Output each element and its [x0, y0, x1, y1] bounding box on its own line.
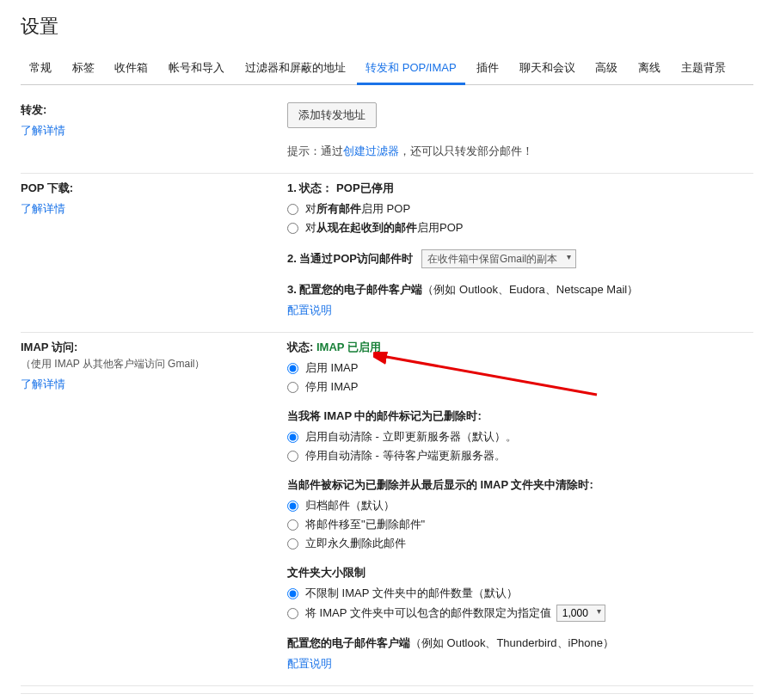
pop-configure-row: 3. 配置您的电子邮件客户端（例如 Outlook、Eudora、Netscap…	[287, 282, 753, 298]
pop-enable-now-bold: 从现在起收到的邮件	[316, 221, 417, 234]
imap-enable-label: 启用 IMAP	[305, 360, 358, 376]
pop-learn-more-link[interactable]: 了解详情	[21, 201, 65, 217]
pop-status-row: 1. 状态： POP已停用	[287, 181, 753, 196]
pop-enable-all-radio[interactable]	[287, 204, 298, 215]
imap-title: IMAP 访问:	[21, 340, 273, 355]
imap-status-value: IMAP 已启用	[316, 341, 381, 353]
pop-enable-all-label: 对所有邮件启用 POP	[305, 201, 410, 217]
imap-limit-radio[interactable]	[287, 608, 298, 619]
pop-access-select[interactable]: 在收件箱中保留Gmail的副本	[421, 249, 576, 268]
pop-status-label: 1. 状态：	[287, 181, 333, 194]
tab-themes[interactable]: 主题背景	[673, 53, 734, 84]
imap-auto-expunge-on-radio[interactable]	[287, 432, 298, 443]
imap-move-trash-label: 将邮件移至"已删除邮件"	[305, 517, 425, 532]
imap-configure-row: 配置您的电子邮件客户端（例如 Outlook、Thunderbird、iPhon…	[287, 636, 753, 651]
imap-auto-expunge-off-label: 停用自动清除 - 等待客户端更新服务器。	[305, 448, 506, 464]
pop-access-row: 2. 当通过POP访问邮件时	[287, 251, 413, 267]
pop-configure-title: 3. 配置您的电子邮件客户端	[287, 283, 422, 296]
section-pop: POP 下载: 了解详情 1. 状态： POP已停用 对所有邮件启用 POP 对…	[21, 174, 753, 333]
forward-hint-prefix: 提示：通过	[287, 144, 343, 157]
section-imap: IMAP 访问: （使用 IMAP 从其他客户端访问 Gmail） 了解详情 状…	[21, 333, 753, 686]
pop-access-prefix: 2.	[287, 252, 299, 265]
imap-limit-value-select[interactable]: 1,000	[556, 605, 605, 622]
pop-enable-now-label: 对从现在起收到的邮件启用POP	[305, 220, 463, 236]
tab-labels[interactable]: 标签	[64, 53, 103, 84]
pop-enable-now-suffix: 启用POP	[417, 221, 463, 234]
pop-access-title: 当通过POP访问邮件时	[299, 252, 412, 265]
add-forward-address-button[interactable]: 添加转发地址	[287, 102, 377, 128]
tab-forwarding-pop-imap[interactable]: 转发和 POP/IMAP	[357, 53, 464, 84]
pop-enable-now-prefix: 对	[305, 221, 316, 234]
imap-configure-link[interactable]: 配置说明	[287, 656, 332, 672]
imap-delete-forever-label: 立即永久删除此邮件	[305, 536, 406, 551]
imap-learn-more-link[interactable]: 了解详情	[21, 377, 65, 392]
pop-enable-all-suffix: 启用 POP	[361, 202, 410, 215]
forward-title: 转发:	[21, 102, 273, 118]
forward-create-filter-link[interactable]: 创建过滤器	[343, 144, 399, 159]
imap-status-row: 状态: IMAP 已启用	[287, 340, 753, 355]
pop-status-value: POP已停用	[336, 181, 393, 194]
tab-addons[interactable]: 插件	[468, 53, 507, 84]
tab-chat[interactable]: 聊天和会议	[511, 53, 584, 84]
imap-disable-label: 停用 IMAP	[305, 379, 358, 395]
tab-filters[interactable]: 过滤器和屏蔽的地址	[236, 53, 354, 84]
imap-archive-label: 归档邮件（默认）	[305, 498, 395, 513]
imap-move-trash-radio[interactable]	[287, 519, 298, 531]
tab-inbox[interactable]: 收件箱	[106, 53, 157, 84]
page-title: 设置	[21, 14, 753, 40]
imap-configure-title: 配置您的电子邮件客户端	[287, 636, 410, 649]
imap-delete-forever-radio[interactable]	[287, 538, 298, 550]
section-forwarding: 转发: 了解详情 添加转发地址 提示：通过创建过滤器，还可以只转发部分邮件！	[21, 95, 753, 174]
forward-hint: 提示：通过创建过滤器，还可以只转发部分邮件！	[287, 144, 753, 159]
tab-advanced[interactable]: 高级	[587, 53, 626, 84]
footer-buttons: 保存更改 取消	[21, 693, 753, 700]
tab-general[interactable]: 常规	[21, 53, 60, 84]
imap-enable-radio[interactable]	[287, 363, 298, 374]
imap-configure-examples: （例如 Outlook、Thunderbird、iPhone）	[410, 636, 614, 649]
pop-enable-all-bold: 所有邮件	[316, 202, 361, 215]
tab-accounts[interactable]: 帐号和导入	[160, 53, 233, 84]
pop-configure-link[interactable]: 配置说明	[287, 303, 332, 318]
imap-auto-expunge-off-radio[interactable]	[287, 451, 298, 462]
imap-no-limit-label: 不限制 IMAP 文件夹中的邮件数量（默认）	[305, 586, 518, 601]
forward-learn-more-link[interactable]: 了解详情	[21, 123, 65, 138]
imap-auto-expunge-on-label: 启用自动清除 - 立即更新服务器（默认）。	[305, 429, 517, 445]
settings-tabs: 常规 标签 收件箱 帐号和导入 过滤器和屏蔽的地址 转发和 POP/IMAP 插…	[21, 53, 753, 85]
imap-folder-limit-title: 文件夹大小限制	[287, 565, 753, 580]
pop-enable-all-prefix: 对	[305, 202, 316, 215]
imap-delete-mark-title: 当我将 IMAP 中的邮件标记为已删除时:	[287, 408, 753, 424]
pop-enable-now-radio[interactable]	[287, 223, 298, 234]
imap-limit-label: 将 IMAP 文件夹中可以包含的邮件数限定为指定值	[305, 605, 551, 621]
pop-configure-examples: （例如 Outlook、Eudora、Netscape Mail）	[422, 283, 638, 296]
forward-hint-suffix: ，还可以只转发部分邮件！	[399, 144, 533, 157]
imap-archive-radio[interactable]	[287, 500, 298, 512]
tab-offline[interactable]: 离线	[630, 53, 669, 84]
imap-subtitle: （使用 IMAP 从其他客户端访问 Gmail）	[21, 357, 273, 371]
imap-last-folder-title: 当邮件被标记为已删除并从最后显示的 IMAP 文件夹中清除时:	[287, 477, 753, 493]
pop-title: POP 下载:	[21, 181, 273, 196]
imap-status-label: 状态:	[287, 341, 313, 353]
imap-no-limit-radio[interactable]	[287, 588, 298, 599]
imap-disable-radio[interactable]	[287, 382, 298, 393]
